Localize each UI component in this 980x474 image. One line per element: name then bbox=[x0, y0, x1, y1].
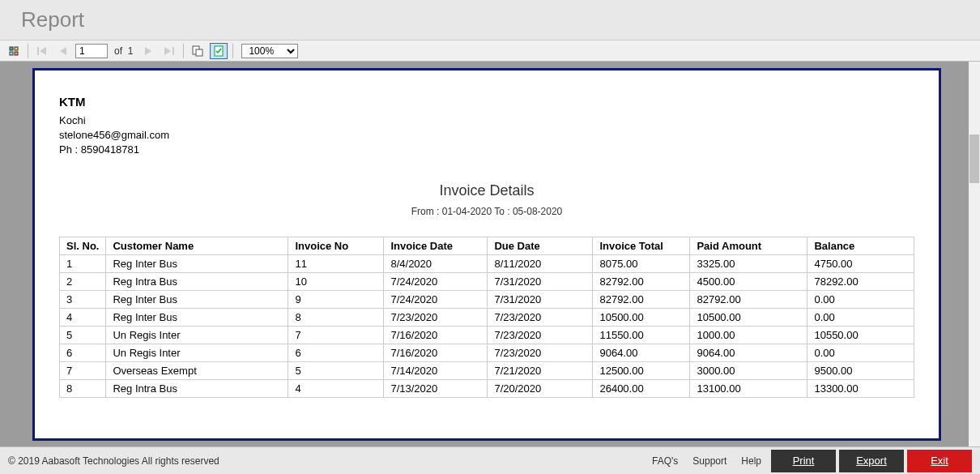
cell-total: 9064.00 bbox=[593, 344, 690, 361]
page-setup-icon[interactable] bbox=[189, 43, 207, 59]
cell-invno: 6 bbox=[288, 344, 384, 361]
cell-duedate: 7/20/2020 bbox=[488, 379, 593, 397]
nav-first-icon[interactable] bbox=[33, 43, 51, 59]
vertical-scrollbar[interactable] bbox=[969, 62, 980, 446]
cell-total: 10500.00 bbox=[593, 308, 690, 326]
table-row: 4Reg Inter Bus87/23/20207/23/202010500.0… bbox=[60, 308, 914, 326]
table-row: 1Reg Inter Bus118/4/20208/11/20208075.00… bbox=[60, 254, 914, 272]
cell-invdate: 7/16/2020 bbox=[384, 344, 488, 361]
cell-invno: 7 bbox=[288, 326, 384, 344]
company-city: Kochi bbox=[59, 113, 914, 128]
nav-last-icon[interactable] bbox=[160, 43, 178, 59]
cell-invno: 5 bbox=[288, 361, 384, 379]
cell-balance: 10550.00 bbox=[807, 326, 914, 344]
table-row: 7Overseas Exempt57/14/20207/21/202012500… bbox=[60, 361, 914, 379]
col-header-total: Invoice Total bbox=[593, 237, 690, 254]
svg-marker-6 bbox=[60, 47, 66, 55]
cell-sl: 5 bbox=[60, 326, 106, 344]
cell-total: 8075.00 bbox=[593, 254, 690, 272]
cell-sl: 3 bbox=[60, 290, 106, 308]
cell-paid: 10500.00 bbox=[690, 308, 807, 326]
export-button[interactable]: Export bbox=[839, 450, 904, 472]
table-row: 3Reg Inter Bus97/24/20207/31/202082792.0… bbox=[60, 290, 914, 308]
cell-customer: Un Regis Inter bbox=[106, 344, 288, 361]
cell-duedate: 7/23/2020 bbox=[488, 326, 593, 344]
footer-links: FAQ's Support Help bbox=[652, 455, 761, 467]
cell-customer: Reg Intra Bus bbox=[106, 272, 288, 290]
cell-balance: 78292.00 bbox=[807, 272, 914, 290]
page-of-label: of 1 bbox=[114, 45, 133, 57]
cell-sl: 1 bbox=[60, 254, 106, 272]
support-link[interactable]: Support bbox=[692, 455, 726, 467]
cell-invno: 4 bbox=[288, 379, 384, 397]
svg-rect-4 bbox=[37, 47, 39, 55]
faqs-link[interactable]: FAQ's bbox=[652, 455, 678, 467]
window-title: Report bbox=[21, 7, 84, 32]
table-row: 8Reg Intra Bus47/13/20207/20/202026400.0… bbox=[60, 379, 914, 397]
col-header-balance: Balance bbox=[807, 237, 914, 254]
print-layout-icon[interactable] bbox=[210, 43, 228, 59]
report-toolbar: of 1 100% bbox=[0, 41, 980, 62]
cell-customer: Reg Inter Bus bbox=[106, 308, 288, 326]
separator bbox=[28, 44, 28, 58]
copyright: © 2019 Aabasoft Technologies All rights … bbox=[8, 455, 219, 467]
report-range: From : 01-04-2020 To : 05-08-2020 bbox=[59, 206, 914, 217]
cell-customer: Reg Intra Bus bbox=[106, 379, 288, 397]
col-header-duedate: Due Date bbox=[488, 237, 593, 254]
print-button[interactable]: Print bbox=[771, 450, 836, 472]
col-header-paid: Paid Amount bbox=[690, 237, 807, 254]
cell-duedate: 7/23/2020 bbox=[488, 308, 593, 326]
cell-duedate: 7/31/2020 bbox=[488, 272, 593, 290]
svg-rect-3 bbox=[15, 52, 18, 55]
company-name: KTM bbox=[59, 95, 914, 109]
cell-customer: Reg Inter Bus bbox=[106, 290, 288, 308]
cell-total: 12500.00 bbox=[593, 361, 690, 379]
company-email: stelone456@gmail.com bbox=[59, 128, 914, 143]
cell-duedate: 8/11/2020 bbox=[488, 254, 593, 272]
svg-rect-9 bbox=[173, 47, 174, 55]
separator bbox=[232, 44, 233, 58]
company-phone: Ph : 8590418781 bbox=[59, 143, 914, 157]
cell-customer: Reg Inter Bus bbox=[106, 254, 288, 272]
cell-balance: 0.00 bbox=[807, 290, 914, 308]
footer-buttons: Print Export Exit bbox=[771, 450, 972, 472]
cell-balance: 0.00 bbox=[807, 308, 914, 326]
cell-invdate: 7/13/2020 bbox=[384, 379, 488, 397]
cell-total: 82792.00 bbox=[593, 272, 690, 290]
report-title: Invoice Details bbox=[59, 182, 914, 199]
cell-paid: 3325.00 bbox=[690, 254, 807, 272]
cell-duedate: 7/31/2020 bbox=[488, 290, 593, 308]
cell-duedate: 7/23/2020 bbox=[488, 344, 593, 361]
col-header-sl: Sl. No. bbox=[60, 237, 106, 254]
nav-next-icon[interactable] bbox=[139, 43, 157, 59]
cell-paid: 4500.00 bbox=[690, 272, 807, 290]
cell-invdate: 7/23/2020 bbox=[384, 308, 488, 326]
footer-bar: © 2019 Aabasoft Technologies All rights … bbox=[0, 446, 980, 474]
svg-marker-7 bbox=[145, 47, 151, 55]
cell-invno: 10 bbox=[288, 272, 384, 290]
svg-rect-0 bbox=[10, 47, 13, 50]
scrollbar-thumb[interactable] bbox=[969, 135, 979, 183]
help-link[interactable]: Help bbox=[741, 455, 761, 467]
svg-rect-2 bbox=[10, 52, 13, 55]
document-map-icon[interactable] bbox=[5, 43, 23, 59]
exit-button[interactable]: Exit bbox=[907, 450, 972, 472]
page-number-input[interactable] bbox=[75, 44, 108, 58]
separator bbox=[183, 44, 184, 58]
col-header-invno: Invoice No bbox=[288, 237, 384, 254]
cell-paid: 1000.00 bbox=[690, 326, 807, 344]
cell-paid: 9064.00 bbox=[690, 344, 807, 361]
nav-prev-icon[interactable] bbox=[54, 43, 72, 59]
zoom-select[interactable]: 100% bbox=[241, 44, 298, 58]
col-header-invdate: Invoice Date bbox=[384, 237, 488, 254]
cell-sl: 4 bbox=[60, 308, 106, 326]
table-row: 6Un Regis Inter67/16/20207/23/20209064.0… bbox=[60, 344, 914, 361]
cell-total: 11550.00 bbox=[593, 326, 690, 344]
cell-invno: 9 bbox=[288, 290, 384, 308]
document-page: KTM Kochi stelone456@gmail.com Ph : 8590… bbox=[32, 68, 941, 441]
cell-balance: 9500.00 bbox=[807, 361, 914, 379]
svg-rect-11 bbox=[196, 49, 202, 56]
table-row: 2Reg Intra Bus107/24/20207/31/202082792.… bbox=[60, 272, 914, 290]
cell-sl: 6 bbox=[60, 344, 106, 361]
invoice-table: Sl. No. Customer Name Invoice No Invoice… bbox=[59, 237, 914, 398]
